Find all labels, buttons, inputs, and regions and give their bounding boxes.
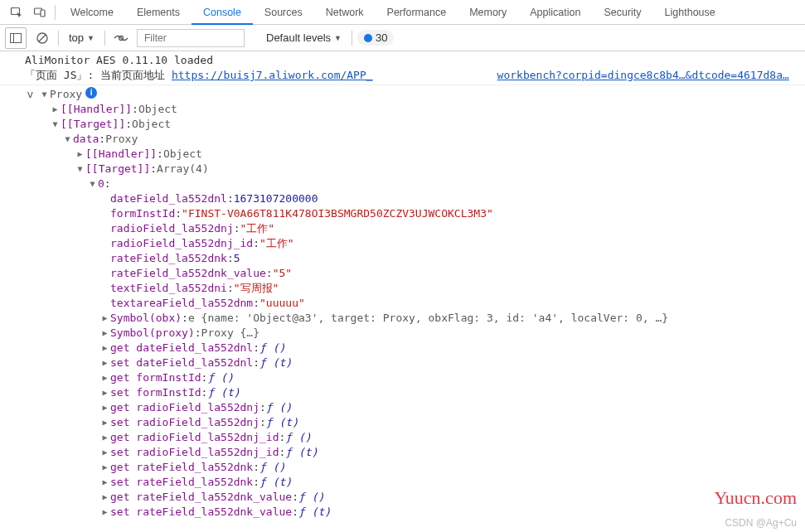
tree-row[interactable]: set formInstId: ƒ (t) (25, 385, 805, 400)
filter-input[interactable] (137, 29, 245, 47)
tree-row[interactable]: get radioField_la552dnj: ƒ () (25, 400, 805, 415)
tree-row[interactable]: textareaField_la552dnm: "uuuuu" (25, 296, 805, 311)
tab-console[interactable]: Console (192, 0, 253, 25)
inspect-icon[interactable] (5, 1, 28, 24)
key: set radioField_la552dnj (110, 415, 259, 430)
issues-badge[interactable]: 30 (357, 30, 394, 46)
tree-row[interactable]: [[Handler]]: Object (25, 102, 805, 117)
disclosure-triangle-icon[interactable] (99, 415, 110, 430)
tree-row[interactable]: [[Target]]: Array(4) (25, 162, 805, 177)
tree-row[interactable]: rateField_la552dnk: 5 (25, 251, 805, 266)
tree-row[interactable]: textField_la552dni: "写周报" (25, 281, 805, 296)
clear-console-icon[interactable] (32, 27, 53, 49)
tree-row[interactable]: get rateField_la552dnk: ƒ () (25, 460, 805, 475)
tree-row[interactable]: set radioField_la552dnj: ƒ (t) (25, 415, 805, 430)
live-expression-icon[interactable] (110, 27, 132, 49)
sidebar-toggle-icon[interactable] (5, 27, 27, 49)
disclosure-triangle-icon[interactable] (39, 87, 50, 102)
value: ƒ (t) (298, 505, 331, 520)
levels-label: Default levels (266, 31, 331, 44)
disclosure-triangle-icon[interactable] (99, 311, 110, 326)
tree-row[interactable]: data: Proxy (25, 132, 805, 147)
disclosure-triangle-icon[interactable] (50, 102, 61, 117)
value: Object (163, 147, 202, 162)
separator (55, 5, 56, 20)
console-output: AliMonitor AES 0.11.10 loaded 「页面 JS」: 当… (0, 51, 805, 532)
tree-row[interactable]: get formInstId: ƒ () (25, 370, 805, 385)
tree-row[interactable]: set rateField_la552dnk_value: ƒ (t) (25, 505, 805, 520)
key: 0 (98, 177, 104, 191)
disclosure-triangle-icon[interactable] (62, 132, 73, 147)
tree-row[interactable]: Symbol(proxy): Proxy {…} (25, 326, 805, 341)
tree-row[interactable]: get rateField_la552dnk_value: ƒ () (25, 490, 805, 505)
disclosure-triangle-icon[interactable] (87, 177, 98, 191)
tree-row[interactable]: radioField_la552dnj: "工作" (25, 221, 805, 236)
disclosure-triangle-icon[interactable] (99, 505, 110, 520)
tree-row[interactable]: radioField_la552dnj_id: "工作" (25, 236, 805, 251)
log-url-link[interactable]: workbench?corpid=dingce8c8b4…&dtcode=461… (497, 69, 789, 81)
tab-performance[interactable]: Performance (376, 0, 458, 25)
tree-row[interactable]: formInstId: "FINST-V0A66T811K478OI3BSMGR… (25, 206, 805, 221)
key: data (73, 132, 99, 147)
tab-sources[interactable]: Sources (253, 0, 314, 25)
value: ƒ () (266, 400, 292, 415)
value: "写周报" (234, 281, 279, 296)
disclosure-triangle-icon[interactable] (50, 117, 61, 132)
tab-lighthouse[interactable]: Lighthouse (653, 0, 727, 25)
disclosure-triangle-icon[interactable] (99, 385, 110, 400)
log-url-link[interactable]: https://buisj7.aliwork.com/APP_ (172, 69, 373, 81)
tree-row[interactable]: get dateField_la552dnl: ƒ () (25, 341, 805, 355)
key: textField_la552dni (110, 281, 227, 296)
disclosure-triangle-icon[interactable] (99, 430, 110, 445)
svg-line-6 (39, 35, 46, 41)
log-levels-dropdown[interactable]: Default levels ▼ (261, 31, 347, 44)
tree-row[interactable]: Symbol(obx): e {name: 'Object@a3', targe… (25, 311, 805, 326)
key: set formInstId (110, 385, 201, 400)
value: ƒ (t) (259, 355, 292, 370)
disclosure-triangle-icon[interactable] (99, 326, 110, 341)
disclosure-triangle-icon[interactable] (99, 370, 110, 385)
value: ƒ () (298, 490, 324, 505)
tree-row[interactable]: set dateField_la552dnl: ƒ (t) (25, 355, 805, 370)
value: "uuuuu" (259, 296, 305, 311)
separator (58, 31, 59, 46)
tree-row[interactable]: get radioField_la552dnj_id: ƒ () (25, 430, 805, 445)
disclosure-triangle-icon[interactable] (99, 475, 110, 490)
key: get radioField_la552dnj (110, 400, 259, 415)
tab-welcome[interactable]: Welcome (59, 0, 125, 25)
tab-application[interactable]: Application (518, 0, 592, 25)
disclosure-triangle-icon[interactable] (99, 460, 110, 475)
disclosure-triangle-icon[interactable] (75, 162, 85, 177)
disclosure-triangle-icon[interactable] (99, 445, 110, 460)
info-icon[interactable]: i (85, 87, 97, 99)
value: e {name: 'Object@a3', target: Proxy, obx… (188, 311, 668, 326)
disclosure-triangle-icon[interactable] (99, 355, 110, 370)
value: Object (138, 102, 177, 117)
tree-row[interactable]: set radioField_la552dnj_id: ƒ (t) (25, 445, 805, 460)
device-toggle-icon[interactable] (28, 1, 51, 24)
tree-row[interactable]: rateField_la552dnk_value: "5" (25, 266, 805, 281)
tree-row[interactable]: 0: (25, 177, 805, 191)
tab-network[interactable]: Network (314, 0, 376, 25)
tree-row[interactable]: [[Target]]: Object (25, 117, 805, 132)
key: get radioField_la552dnj_id (110, 430, 279, 445)
tab-security[interactable]: Security (592, 0, 652, 25)
key: radioField_la552dnj (110, 221, 234, 236)
chevron-down-icon: ▼ (87, 34, 95, 42)
value: ƒ (t) (207, 385, 240, 400)
tree-row[interactable]: set rateField_la552dnk: ƒ (t) (25, 475, 805, 490)
value: Proxy (50, 87, 82, 102)
context-selector[interactable]: top ▼ (64, 29, 99, 47)
disclosure-triangle-icon[interactable] (99, 400, 110, 415)
svg-rect-2 (41, 10, 45, 17)
tree-row[interactable]: dateField_la552dnl: 1673107200000 (25, 191, 805, 206)
tab-elements[interactable]: Elements (125, 0, 192, 25)
tree-row[interactable]: [[Handler]]: Object (25, 147, 805, 162)
disclosure-triangle-icon[interactable] (99, 341, 110, 355)
separator (104, 31, 105, 46)
disclosure-triangle-icon[interactable] (75, 147, 85, 162)
disclosure-triangle-icon[interactable] (99, 490, 110, 505)
log-message: 「页面 JS」: 当前页面地址 https://buisj7.aliwork.c… (0, 68, 805, 85)
tab-memory[interactable]: Memory (458, 0, 518, 25)
tree-row[interactable]: v Proxy i (25, 87, 805, 102)
